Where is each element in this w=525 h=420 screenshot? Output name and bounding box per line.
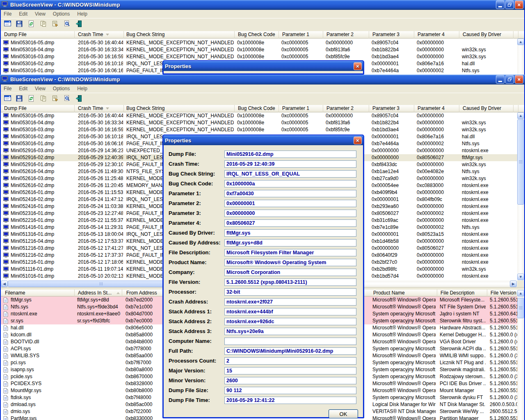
dump-file-row[interactable]: Mini053016-03.dmp2016-05-30 16:16:59KERN… (1, 53, 517, 60)
dump-file-row[interactable]: Mini053016-04.dmp2016-05-30 16:33:34KERN… (1, 46, 517, 53)
properties-button[interactable] (50, 20, 59, 29)
find-button[interactable] (62, 95, 71, 104)
scroll-down-button[interactable]: ▼ (517, 274, 524, 280)
column-header-parameter-4[interactable]: Parameter 4 (414, 31, 459, 39)
dump-file-row[interactable]: Mini053016-05.dmp2016-05-30 16:40:44KERN… (1, 39, 517, 46)
minimize-button[interactable] (496, 0, 504, 9)
field-value-stack-address-1[interactable]: ntoskrnl.exe+444bf (224, 308, 356, 315)
column-header-bug-check-code[interactable]: Bug Check Code (235, 105, 279, 112)
save-button[interactable] (15, 20, 24, 29)
dialog-close-icon[interactable]: × (354, 62, 362, 70)
dump-file-row[interactable]: Mini053016-03.dmp2016-05-30 16:16:59KERN… (1, 126, 517, 133)
properties-button[interactable] (50, 95, 59, 104)
menu-item-file[interactable]: File (0, 84, 15, 93)
dialog-close-icon[interactable]: × (354, 137, 362, 144)
menu-item-options[interactable]: Options (49, 10, 73, 18)
field-value-minor-version[interactable]: 2600 (224, 377, 356, 384)
column-header-dump-file[interactable]: Dump File (2, 105, 75, 112)
menu-item-file[interactable]: File (0, 10, 15, 18)
column-header-crash-time[interactable]: Crash Time (75, 105, 124, 112)
scroll-up-button[interactable]: ▲ (517, 112, 524, 119)
field-value-company[interactable]: Microsoft Corporation (224, 269, 356, 276)
field-value-product-name[interactable]: Microsoft® Windows® Operating System (224, 259, 356, 266)
dump-file-row[interactable]: Mini053016-05.dmp2016-05-30 16:40:44KERN… (1, 112, 517, 119)
column-header-caused-by-driver[interactable]: Caused By Driver (459, 31, 514, 39)
scroll-left-button[interactable]: ◀ (1, 281, 8, 287)
column-header-parameter-2[interactable]: Parameter 2 (323, 105, 369, 112)
report-button[interactable] (3, 20, 12, 29)
column-header-parameter-4[interactable]: Parameter 4 (414, 105, 459, 112)
minimize-button[interactable] (496, 75, 504, 84)
column-header-from-address[interactable]: From Address (122, 290, 165, 297)
field-value-bug-check-string[interactable]: IRQL_NOT_LESS_OR_EQUAL (224, 170, 356, 178)
scrollbar-thumb[interactable] (517, 298, 524, 318)
menu-item-view[interactable]: View (31, 84, 49, 93)
field-value-dump-file[interactable]: Mini052916-02.dmp (224, 151, 356, 158)
save-button[interactable] (15, 95, 24, 104)
menu-item-help[interactable]: Help (73, 10, 91, 18)
column-header-bug-check-code[interactable]: Bug Check Code (235, 31, 279, 39)
field-value-crash-time[interactable]: 2016-05-29 12:40:39 (224, 160, 356, 168)
column-header-parameter-3[interactable]: Parameter 3 (369, 105, 414, 112)
column-header-parameter-1[interactable]: Parameter 1 (279, 105, 323, 112)
column-header-file-version[interactable]: File Version (487, 290, 518, 297)
title-bar[interactable]: BlueScreenView - C:\WINDOWS\Minidump × (0, 0, 525, 10)
scrollbar-thumb[interactable] (517, 119, 524, 205)
exit-button[interactable] (74, 20, 83, 29)
field-value-bug-check-code[interactable]: 0x1000000a (224, 180, 356, 187)
copy-button[interactable] (39, 95, 48, 104)
column-header-parameter-3[interactable]: Parameter 3 (369, 31, 414, 39)
restore-button[interactable] (505, 75, 514, 84)
field-value-caused-by-driver[interactable]: fltMgr.sys (224, 229, 356, 237)
menu-item-help[interactable]: Help (73, 84, 91, 93)
column-header-product-name[interactable]: Product Name (370, 290, 437, 297)
column-header-bug-check-string[interactable]: Bug Check String (124, 31, 235, 39)
restore-button[interactable] (505, 0, 514, 9)
field-value-parameter-2[interactable]: 0x00000001 (224, 200, 356, 207)
scrollbar-vertical-lower[interactable]: ▲ (517, 290, 524, 420)
dump-file-row[interactable]: Mini053016-04.dmp2016-05-30 16:33:34KERN… (1, 119, 517, 126)
field-value-parameter-1[interactable]: 0xf7a00430 (224, 190, 356, 197)
column-header-dump-file[interactable]: Dump File (2, 31, 75, 39)
column-header-parameter-1[interactable]: Parameter 1 (279, 31, 323, 39)
refresh-button[interactable] (27, 20, 36, 29)
field-value-major-version[interactable]: 15 (224, 367, 356, 374)
scrollbar-vertical[interactable]: ▲ ▼ (517, 112, 524, 281)
menu-item-view[interactable]: View (31, 10, 49, 18)
column-header-filename[interactable]: Filename (2, 290, 75, 297)
field-value-parameter-4[interactable]: 0x80506027 (224, 219, 356, 227)
menu-item-edit[interactable]: Edit (15, 10, 31, 18)
column-header-crash-time[interactable]: Crash Time (75, 31, 124, 39)
field-value-file-description[interactable]: Microsoft Filesystem Filter Manager (224, 249, 356, 256)
ok-button[interactable]: OK (329, 409, 358, 418)
field-value-file-version[interactable]: 5.1.2600.5512 (xpsp.080413-2111) (224, 278, 356, 286)
column-header-file-description[interactable]: File Description (437, 290, 487, 297)
column-header-spacer[interactable] (514, 105, 518, 112)
field-value-dump-file-time[interactable]: 2016-05-29 12:41:22 (224, 397, 356, 404)
field-value-parameter-3[interactable]: 0x00000000 (224, 210, 356, 217)
field-value-crash-address[interactable]: ntoskrnl.exe+2f027 (224, 298, 356, 306)
menu-item-edit[interactable]: Edit (15, 84, 31, 93)
scrollbar-vertical[interactable]: ▲ (517, 39, 524, 75)
field-value-stack-address-2[interactable]: ntoskrnl.exe+926dc (224, 318, 356, 325)
copy-button[interactable] (39, 20, 48, 29)
close-button[interactable]: × (515, 0, 523, 9)
column-header-parameter-2[interactable]: Parameter 2 (323, 31, 369, 39)
title-bar[interactable]: BlueScreenView - C:\WINDOWS\Minidump × (0, 75, 525, 84)
column-header-bug-check-string[interactable]: Bug Check String (124, 105, 235, 112)
field-value-caused-by-address[interactable]: fltMgr.sys+d8d (224, 239, 356, 247)
field-value-computer-name[interactable] (224, 338, 356, 345)
field-value-stack-address-3[interactable]: Ntfs.sys+20e9a (224, 328, 356, 335)
close-button[interactable]: × (515, 75, 523, 84)
scroll-up-button[interactable]: ▲ (517, 290, 524, 297)
scroll-right-button[interactable]: ▶ (510, 281, 517, 287)
field-value-processor[interactable]: 32-bit (224, 288, 356, 296)
dialog-title-bar[interactable]: Properties × (163, 135, 363, 145)
column-header-spacer[interactable] (514, 31, 518, 39)
dialog-title-bar[interactable]: Properties × (163, 61, 363, 71)
column-header-address-in-st-[interactable]: Address In St... (75, 290, 122, 297)
menu-item-options[interactable]: Options (49, 84, 73, 93)
report-button[interactable] (3, 95, 12, 104)
field-value-dump-file-size[interactable]: 90 112 (224, 387, 356, 394)
scroll-up-button[interactable]: ▲ (517, 39, 524, 45)
